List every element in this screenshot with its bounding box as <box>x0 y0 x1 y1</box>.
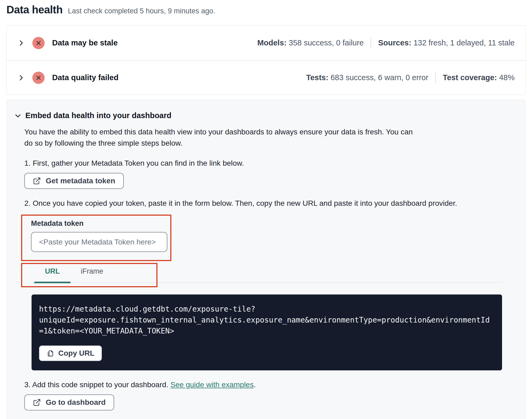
active-tab-indicator <box>34 282 71 283</box>
metadata-token-input[interactable] <box>31 232 167 252</box>
data-health-page: Data health Last check completed 5 hours… <box>0 0 532 419</box>
go-to-dashboard-button[interactable]: Go to dashboard <box>24 394 114 410</box>
embed-section-header[interactable]: Embed data health into your dashboard <box>14 111 514 120</box>
copy-icon <box>47 350 54 357</box>
embed-url-text: https://metadata.cloud.getdbt.com/exposu… <box>39 304 491 336</box>
go-to-dashboard-label: Go to dashboard <box>46 398 106 407</box>
step-1-text: 1. First, gather your Metadata Token you… <box>24 159 514 168</box>
external-link-icon <box>33 398 41 406</box>
sources-stat-value: 132 fresh, 1 delayed, 11 stale <box>414 38 515 47</box>
embed-heading: Embed data health into your dashboard <box>25 111 171 120</box>
external-link-icon <box>33 177 41 185</box>
embed-url-line: uniqueId=exposure.fishtown_internal_anal… <box>39 315 491 325</box>
tab-url[interactable]: URL <box>34 267 71 276</box>
sources-stat-label: Sources: <box>378 38 411 47</box>
see-guide-link[interactable]: See guide with examples <box>170 381 253 389</box>
step-2-text: 2. Once you have copied your token, past… <box>24 199 514 208</box>
metadata-token-label: Metadata token <box>31 219 170 228</box>
step-3-prefix: 3. Add this code snippet to your dashboa… <box>24 381 170 389</box>
models-stat-label: Models: <box>257 38 287 47</box>
embed-output-tabs: URL iFrame <box>21 263 514 289</box>
metadata-token-annotation-box: Metadata token <box>21 215 171 261</box>
copy-url-label: Copy URL <box>58 349 94 358</box>
embed-url-line: =1&token=<YOUR_METADATA_TOKEN> <box>39 325 491 336</box>
tab-iframe[interactable]: iFrame <box>74 267 110 276</box>
error-x-circle-icon <box>32 37 45 49</box>
chevron-down-icon[interactable] <box>14 112 22 119</box>
embed-url-line: https://metadata.cloud.getdbt.com/exposu… <box>39 304 491 315</box>
status-row-title: Data may be stale <box>52 38 118 47</box>
status-row-quality[interactable]: Data quality failed Tests: 683 success, … <box>7 60 525 95</box>
copy-url-button[interactable]: Copy URL <box>39 346 102 361</box>
get-metadata-token-label: Get metadata token <box>46 177 115 185</box>
chevron-right-icon[interactable] <box>17 74 25 82</box>
tests-stat-label: Tests: <box>306 73 328 82</box>
models-stat: Models: 358 success, 0 failure <box>257 38 364 47</box>
embed-description: You have the ability to embed this data … <box>24 126 420 149</box>
last-check-status: Last check completed 5 hours, 9 minutes … <box>68 7 215 15</box>
status-row-stats: Tests: 683 success, 6 warn, 0 error Test… <box>306 72 515 83</box>
status-row-stale[interactable]: Data may be stale Models: 358 success, 0… <box>7 26 525 60</box>
sources-stat: Sources: 132 fresh, 1 delayed, 11 stale <box>378 38 515 47</box>
embed-section: Embed data health into your dashboard Yo… <box>6 100 526 419</box>
page-title: Data health <box>6 4 63 16</box>
chevron-right-icon[interactable] <box>17 39 25 47</box>
status-card: Data may be stale Models: 358 success, 0… <box>6 25 526 95</box>
get-metadata-token-button[interactable]: Get metadata token <box>24 173 124 189</box>
models-stat-value: 358 success, 0 failure <box>289 38 364 47</box>
embed-url-code-block: https://metadata.cloud.getdbt.com/exposu… <box>32 294 502 370</box>
error-x-circle-icon <box>32 72 45 84</box>
stat-divider <box>435 72 436 83</box>
status-row-stats: Models: 358 success, 0 failure Sources: … <box>257 37 515 49</box>
page-header: Data health Last check completed 5 hours… <box>6 4 526 16</box>
test-coverage-stat: Test coverage: 48% <box>443 73 515 82</box>
tests-stat-value: 683 success, 6 warn, 0 error <box>330 73 428 82</box>
step-3-text: 3. Add this code snippet to your dashboa… <box>24 381 514 389</box>
test-coverage-value: 48% <box>499 73 515 82</box>
stat-divider <box>371 37 371 49</box>
tests-stat: Tests: 683 success, 6 warn, 0 error <box>306 73 428 82</box>
step-3-suffix: . <box>254 381 256 389</box>
test-coverage-label: Test coverage: <box>443 73 497 82</box>
status-row-title: Data quality failed <box>52 73 118 82</box>
